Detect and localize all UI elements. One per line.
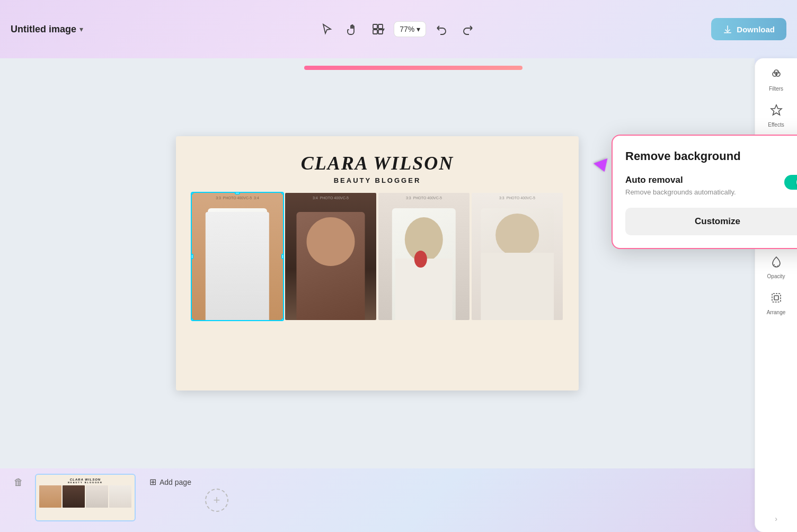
toolbar-left: Untitled image ▾: [11, 24, 83, 35]
handle-br[interactable]: [281, 318, 283, 320]
photo-label-3: 3:3 PHOTO 400VC-5: [406, 196, 442, 200]
thumb-photos: [39, 485, 131, 508]
toolbar: Untitled image ▾ ▾ 77% ▾: [0, 0, 797, 58]
handle-mr[interactable]: [281, 254, 283, 259]
remove-bg-panel: Remove background ✕ Auto removal Remove …: [612, 135, 797, 249]
add-page-circle[interactable]: +: [205, 489, 228, 512]
thumb-subtitle: BEAUTY BLOGGER: [68, 481, 103, 484]
handle-bl[interactable]: [192, 318, 193, 320]
document-title: Untitled image: [11, 24, 76, 35]
handle-tl[interactable]: [192, 193, 193, 194]
photo-slot-1[interactable]: 3:3 PHOTO 400VC-5 3:4 ↻: [192, 193, 283, 320]
thumb-photo-2: [63, 485, 85, 508]
add-page-icon: ⊞: [149, 477, 156, 487]
handle-tm[interactable]: [235, 193, 240, 194]
thumb-photo-4: [109, 485, 131, 508]
svg-rect-19: [772, 294, 781, 302]
customize-button[interactable]: Customize: [625, 208, 797, 235]
thumbnail-content: CLARA WILSON BEAUTY BLOGGER: [36, 475, 135, 520]
canvas-subheading: BEAUTY BLOGGER: [334, 176, 421, 184]
redo-button[interactable]: [458, 20, 477, 39]
sidebar-item-effects[interactable]: Effects: [755, 99, 797, 134]
photo-label-1: 3:3 PHOTO 400VC-5 3:4: [216, 196, 259, 200]
add-page-button[interactable]: ⊞ Add page: [144, 474, 197, 490]
toolbar-center: ▾ 77% ▾: [83, 20, 711, 39]
auto-removal-label: Auto removal: [625, 175, 736, 185]
filters-icon: [770, 68, 783, 84]
canvas-area: CLARA WILSON BEAUTY BLOGGER 3:3 PHOTO 40…: [0, 58, 755, 468]
handle-tr[interactable]: [281, 193, 283, 194]
handle-bm[interactable]: [235, 318, 240, 320]
panel-title: Remove background: [625, 149, 741, 163]
pan-tool-button[interactable]: [343, 20, 362, 39]
delete-page-button[interactable]: 🗑: [11, 474, 26, 491]
handle-ml[interactable]: [192, 254, 193, 259]
zoom-control[interactable]: 77% ▾: [394, 21, 426, 37]
photo-slot-3[interactable]: 3:3 PHOTO 400VC-5: [378, 193, 470, 320]
zoom-level: 77%: [400, 25, 414, 33]
opacity-icon: [770, 255, 783, 271]
sidebar-item-opacity[interactable]: Opacity: [755, 250, 797, 285]
page-thumbnail-1[interactable]: CLARA WILSON BEAUTY BLOGGER: [35, 474, 136, 521]
auto-removal-section: Auto removal Remove backgrounds automati…: [625, 175, 797, 197]
bottom-bar: 🗑 CLARA WILSON BEAUTY BLOGGER ⊞ Add page…: [0, 468, 755, 532]
remove-bg-panel-wrapper: Remove background ✕ Auto removal Remove …: [304, 66, 523, 70]
zoom-chevron-icon: ▾: [417, 25, 420, 33]
download-button[interactable]: Download: [711, 18, 786, 40]
photo-slot-2[interactable]: 3:4 PHOTO 400VC-5: [285, 193, 376, 320]
download-label: Download: [737, 25, 775, 34]
sidebar-label-opacity: Opacity: [767, 273, 785, 280]
design-canvas: CLARA WILSON BEAUTY BLOGGER 3:3 PHOTO 40…: [176, 136, 579, 391]
sidebar-item-filters[interactable]: Filters: [755, 63, 797, 97]
svg-marker-7: [771, 105, 782, 115]
svg-rect-0: [373, 24, 377, 29]
selection-handles: [192, 193, 283, 320]
auto-removal-toggle[interactable]: [784, 175, 797, 190]
photos-row: 3:3 PHOTO 400VC-5 3:4 ↻: [192, 193, 563, 320]
layout-tool-button[interactable]: ▾: [368, 20, 387, 39]
panel-header: Remove background ✕: [625, 148, 797, 164]
title-chevron-icon[interactable]: ▾: [79, 25, 83, 33]
photo-slot-4[interactable]: 3:3 PHOTO 400VC-5: [472, 193, 563, 320]
toolbar-right: Download: [711, 18, 786, 40]
photo-label-4: 3:3 PHOTO 400VC-5: [499, 196, 535, 200]
svg-rect-2: [373, 30, 377, 34]
add-page-label: Add page: [160, 478, 191, 486]
download-icon: [723, 24, 732, 34]
sidebar-label-arrange: Arrange: [767, 309, 786, 316]
arrange-icon: [770, 291, 783, 307]
sidebar-label-effects: Effects: [768, 122, 784, 128]
close-panel-button[interactable]: ✕: [794, 148, 797, 164]
expand-icon: ›: [775, 515, 777, 523]
thumb-photo-1: [39, 485, 61, 508]
thumb-photo-3: [86, 485, 108, 508]
auto-removal-desc: Remove backgrounds automatically.: [625, 188, 736, 197]
auto-removal-text: Auto removal Remove backgrounds automati…: [625, 175, 736, 197]
undo-button[interactable]: [432, 20, 451, 39]
sidebar-item-arrange[interactable]: Arrange: [755, 286, 797, 321]
svg-rect-20: [774, 296, 778, 300]
select-tool-button[interactable]: [317, 20, 336, 39]
sidebar-expand[interactable]: ›: [771, 510, 782, 528]
sidebar-label-filters: Filters: [769, 86, 783, 92]
photo-label-2: 3:4 PHOTO 400VC-5: [313, 196, 349, 200]
canvas-heading: CLARA WILSON: [301, 152, 454, 174]
effects-icon: [770, 104, 783, 120]
right-sidebar: Filters Effects Remove backg...: [755, 58, 797, 532]
